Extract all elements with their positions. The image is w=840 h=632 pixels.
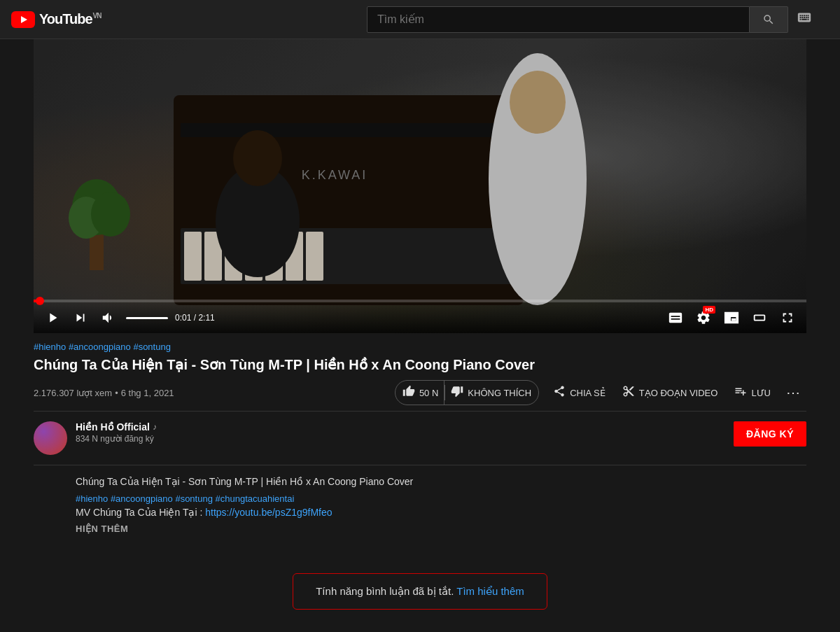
view-count: 2.176.307 lượt xem: [34, 388, 112, 398]
thumbs-up-icon: [402, 385, 415, 400]
subtitles-button[interactable]: [665, 307, 686, 328]
scissors-icon: [622, 385, 635, 400]
share-button[interactable]: CHIA SẺ: [546, 381, 612, 405]
share-label: CHIA SẺ: [570, 388, 606, 398]
search-area: [367, 6, 815, 33]
mv-link[interactable]: https://youtu.be/psZ1g9fMfeo: [205, 507, 332, 518]
comments-disabled-text: Tính năng bình luận đã bị tắt.: [316, 585, 454, 597]
like-dislike-group: 50 N KHÔNG THÍCH: [395, 380, 539, 405]
channel-name: Hiền Hồ Official ♪: [76, 421, 725, 433]
save-label: LƯU: [751, 388, 771, 398]
video-meta-row: 2.176.307 lượt xem • 6 thg 1, 2021 50 N: [34, 380, 806, 405]
avatar-image: [34, 421, 67, 455]
description-main: Chúng Ta Của Hiện Tại - Sơn Tùng M-TP | …: [76, 474, 806, 489]
more-icon: ⋯: [786, 384, 801, 401]
fullscreen-button[interactable]: [777, 307, 798, 328]
dislike-label: KHÔNG THÍCH: [468, 388, 531, 398]
next-button[interactable]: [70, 307, 91, 328]
subscriber-count: 834 N người đăng ký: [76, 434, 725, 444]
save-button[interactable]: LƯU: [727, 381, 778, 405]
settings-button[interactable]: HD: [693, 307, 714, 328]
comments-disabled-notice: Tính năng bình luận đã bị tắt. Tìm hiểu …: [293, 573, 547, 610]
like-count: 50 N: [419, 388, 438, 398]
video-scene: K.KAWAI: [34, 39, 806, 333]
dot-separator: •: [115, 388, 118, 398]
main-content: K.KAWAI: [0, 39, 840, 632]
save-icon: [734, 385, 747, 400]
video-scene-svg: K.KAWAI: [34, 39, 806, 333]
miniplayer-icon: [724, 310, 739, 325]
video-player: K.KAWAI: [34, 39, 806, 333]
youtube-logo-icon: [11, 11, 35, 28]
thumbs-down-icon: [451, 385, 463, 400]
subtitles-icon: [668, 310, 683, 325]
theater-button[interactable]: [749, 307, 770, 328]
like-button[interactable]: 50 N: [396, 381, 444, 405]
svg-rect-22: [732, 318, 736, 321]
video-tags: #hienho #ancoongpiano #sontung: [34, 342, 806, 352]
youtube-wordmark: YouTubeVN: [39, 11, 101, 27]
keyboard-icon: [797, 10, 812, 25]
search-icon: [762, 13, 775, 26]
theater-icon: [752, 310, 767, 325]
play-button[interactable]: [42, 307, 63, 328]
miniplayer-button[interactable]: [721, 307, 742, 328]
search-input[interactable]: [367, 6, 750, 33]
more-button[interactable]: ⋯: [780, 380, 806, 405]
volume-button[interactable]: [98, 307, 119, 328]
channel-info: Hiền Hồ Official ♪ 834 N người đăng ký: [76, 421, 725, 444]
mv-prefix: MV Chúng Ta Của Hiện Tại :: [76, 507, 205, 518]
keyboard-button[interactable]: [794, 7, 815, 31]
subscribe-button[interactable]: ĐĂNG KÝ: [734, 421, 806, 447]
play-icon: [45, 310, 60, 325]
fullscreen-icon: [780, 310, 795, 325]
logo-area: YouTubeVN: [11, 11, 101, 28]
clip-label: TẠO ĐOẠN VIDEO: [639, 388, 718, 398]
svg-rect-21: [34, 39, 806, 333]
action-buttons: 50 N KHÔNG THÍCH CHIA SẺ: [395, 380, 806, 405]
hd-badge: HD: [703, 306, 715, 314]
skip-next-icon: [73, 310, 88, 325]
video-controls: 0:01 / 2:11 HD: [34, 302, 806, 333]
show-more-button[interactable]: HIỆN THÊM: [76, 518, 128, 540]
dislike-button[interactable]: KHÔNG THÍCH: [445, 381, 538, 405]
clip-button[interactable]: TẠO ĐOẠN VIDEO: [615, 381, 725, 405]
volume-icon: [101, 310, 116, 325]
description-section: Chúng Ta Của Hiện Tại - Sơn Tùng M-TP | …: [34, 465, 806, 545]
video-info: #hienho #ancoongpiano #sontung Chúng Ta …: [34, 333, 806, 411]
video-title: Chúng Ta Của Hiện Tại - Sơn Tùng M-TP | …: [34, 355, 806, 374]
header: YouTubeVN: [0, 0, 840, 39]
mv-link-row: MV Chúng Ta Của Hiện Tại : https://youtu…: [76, 507, 806, 518]
time-display: 0:01 / 2:11: [175, 313, 215, 323]
description-hashtags: #hienho #ancoongpiano #sontung #chungtac…: [76, 493, 806, 504]
share-icon: [553, 385, 566, 400]
volume-slider[interactable]: [126, 317, 168, 319]
channel-section: Hiền Hồ Official ♪ 834 N người đăng ký Đ…: [34, 411, 806, 465]
search-button[interactable]: [750, 6, 788, 33]
learn-more-link[interactable]: Tìm hiểu thêm: [456, 585, 524, 597]
upload-date: 6 thg 1, 2021: [121, 388, 174, 398]
music-note-icon: ♪: [153, 422, 157, 432]
channel-avatar[interactable]: [34, 421, 67, 455]
